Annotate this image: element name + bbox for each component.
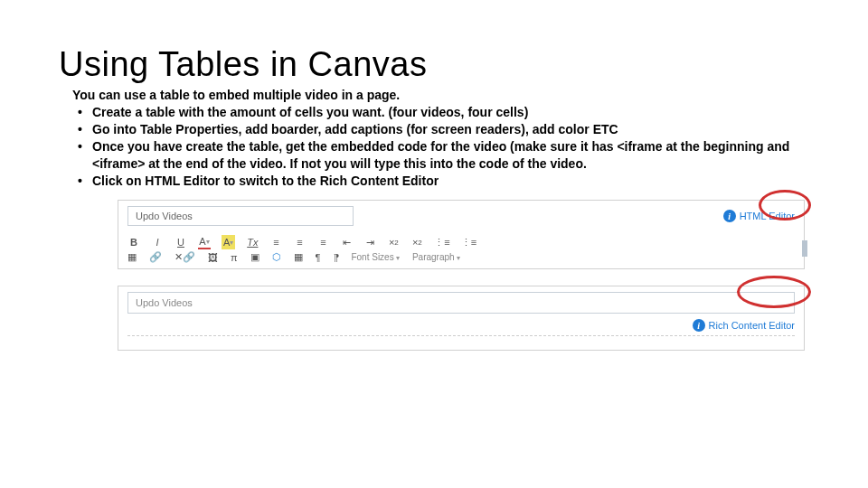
bg-color-button[interactable]: A — [222, 235, 235, 249]
font-color-button[interactable]: A — [198, 235, 211, 249]
indent-button[interactable]: ⇥ — [363, 235, 376, 249]
code-area-placeholder — [127, 335, 795, 341]
align-center-button[interactable]: ≡ — [293, 235, 306, 249]
equation-button[interactable]: π — [231, 252, 238, 263]
underline-button[interactable]: U — [175, 235, 187, 249]
editor-toolbar-row2: ▦ 🔗 ✕🔗 🖼 π ▣ ⬡ ▦ ¶ ¶ Font Sizes Paragrap… — [118, 251, 804, 268]
screenshot-rich-editor: Updo Videos i HTML Editor B I U A A Tx ≡… — [118, 200, 805, 269]
subscript-button[interactable]: ×2 — [410, 235, 423, 249]
link-button[interactable]: 🔗 — [149, 251, 162, 263]
italic-button[interactable]: I — [151, 235, 164, 249]
intro-text: You can use a table to embed multiple vi… — [72, 88, 814, 102]
outdent-button[interactable]: ⇤ — [340, 235, 353, 249]
media-button[interactable]: ▣ — [250, 251, 259, 263]
table-button[interactable]: ▦ — [127, 251, 137, 263]
bullet-item: Create a table with the amount of cells … — [72, 104, 814, 121]
info-icon: i — [693, 319, 705, 332]
align-left-button[interactable]: ≡ — [269, 235, 282, 249]
scrollbar-icon — [802, 240, 807, 257]
font-size-select[interactable]: Font Sizes — [351, 252, 399, 262]
info-icon: i — [723, 210, 736, 222]
screenshot-html-editor: Updo Videos i Rich Content Editor — [118, 286, 805, 351]
html-editor-link[interactable]: i HTML Editor — [723, 210, 795, 222]
ltr-button[interactable]: ¶ — [316, 252, 321, 263]
bold-button[interactable]: B — [127, 235, 140, 249]
superscript-button[interactable]: ×2 — [387, 235, 400, 249]
page-title-input[interactable]: Updo Videos — [127, 206, 354, 226]
image-button[interactable]: 🖼 — [208, 252, 218, 263]
bullet-list-button[interactable]: ⋮≡ — [434, 235, 449, 249]
bullet-list: Create a table with the amount of cells … — [72, 104, 814, 189]
bullet-item: Click on HTML Editor to switch to the Ri… — [72, 173, 814, 190]
slide-title: Using Tables in Canvas — [59, 45, 814, 84]
paragraph-select[interactable]: Paragraph — [412, 252, 460, 262]
rtl-button[interactable]: ¶ — [334, 252, 339, 263]
unlink-button[interactable]: ✕🔗 — [175, 251, 195, 263]
bullet-item: Go into Table Properties, add boarder, a… — [72, 121, 814, 138]
clear-format-button[interactable]: Tx — [246, 235, 259, 249]
align-right-button[interactable]: ≡ — [316, 235, 329, 249]
record-button[interactable]: ▦ — [294, 251, 303, 263]
rich-content-editor-link[interactable]: i Rich Content Editor — [693, 319, 795, 332]
page-title-input[interactable]: Updo Videos — [127, 292, 795, 314]
bullet-item: Once you have create the table, get the … — [72, 138, 814, 173]
cloud-button[interactable]: ⬡ — [272, 251, 281, 263]
editor-toolbar-row1: B I U A A Tx ≡ ≡ ≡ ⇤ ⇥ ×2 ×2 ⋮≡ ⋮≡ — [118, 231, 804, 251]
number-list-button[interactable]: ⋮≡ — [461, 235, 476, 249]
